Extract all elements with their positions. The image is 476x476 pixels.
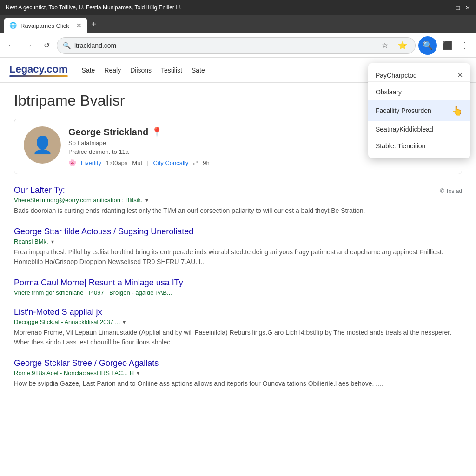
result-desc-4: Morrenao Frome, Vil Lepaun Limanustaide … [14,328,462,347]
nav-link-diisons[interactable]: Diisons [130,66,152,74]
window-controls: — □ ✕ [444,4,470,11]
bookmark-icon[interactable]: ☆ [378,39,392,53]
logo-underline [9,75,68,77]
avatar: 👤 [24,126,61,164]
search-icon: 🔍 [63,42,71,49]
site-logo[interactable]: Legacy.com [9,63,68,77]
dropdown-item-2[interactable]: Facallity Prosurden 👆 [368,100,470,121]
chevron-down-icon-2[interactable]: ▾ [51,238,54,245]
result-title-1[interactable]: Our Lafter Ty: [14,185,65,195]
nav-link-realy[interactable]: Realy [104,66,121,74]
new-tab-button[interactable]: + [87,19,100,30]
dropdown-item-label-4: Stable: Tieneition [376,142,425,150]
profile-full-name: George Strickland [68,127,148,138]
dropdown-close-button[interactable]: ✕ [457,71,463,79]
dropdown-menu: PayCharpctod ✕ Obslaary Facallity Prosur… [368,63,470,158]
maximize-button[interactable]: □ [456,4,460,11]
ad-label-1: © Tos ad [440,188,462,194]
title-bar: Nest A gecuntict, Too Tolilive, U. Festl… [0,0,476,15]
result-desc-1: Bads dooroian is curting ends rdanting l… [14,206,462,216]
dropdown-item-label-3: SeatnayKiddicblead [376,126,433,133]
address-bar: ← → ↺ 🔍 ☆ ⭐ 🔍 ⬛ ⋮ [0,33,476,58]
result-title-3[interactable]: Porma Caul Morne| Resunt a Minlage usa I… [14,278,462,288]
profile-mut: Mut [132,159,142,166]
extensions-button[interactable]: ⬛ [440,38,455,53]
url-bar[interactable]: 🔍 ☆ ⭐ [57,37,416,54]
refresh-button[interactable]: ↺ [39,38,54,53]
window-title: Nest A gecuntict, Too Tolilive, U. Festl… [6,4,444,11]
result-url-5: Rome.9T8s Acel - Nonclaclaesl IRS TAC...… [14,370,462,377]
dropdown-item-3[interactable]: SeatnayKiddicblead [368,121,470,138]
dropdown-item-label-2: Facallity Prosurden [376,107,431,114]
browser-tab[interactable]: 🌐 Ravaiparnes Click ✕ [4,18,87,33]
cursor-icon: 👆 [451,105,463,116]
nav-link-sate1[interactable]: Sate [82,66,95,74]
tab-favicon: 🌐 [9,22,17,29]
result-item-1: Our Lafter Ty: © Tos ad VhereSteiimnorg@… [14,185,462,216]
search-button[interactable]: 🔍 [418,36,437,55]
result-url-4: Decogge Stick.al - Annackldisal 2037 ...… [14,318,462,325]
result-item-3: Porma Caul Morne| Resunt a Minlage usa I… [14,278,462,296]
nav-link-testilist[interactable]: Testilist [161,66,182,74]
profile-meta: 🌸 Liverlify 1:00aps Mut | City Concally … [68,159,452,166]
result-url-1: VhereSteiimnorg@eorry.com anitication : … [14,197,462,204]
result-title-5[interactable]: George Stcklar Stree / Gorgeo Agallats [14,358,462,368]
dropdown-item-label-1: Obslaary [376,88,402,96]
arrows-icon: ⇄ [193,159,198,166]
dropdown-item-4[interactable]: Stable: Tieneition [368,138,470,154]
dropdown-title: PayCharpctod [376,72,417,79]
chevron-down-icon[interactable]: ▾ [145,197,148,204]
dropdown-header: PayCharpctod ✕ [368,67,470,82]
back-button[interactable]: ← [4,38,19,53]
result-desc-2: Frea impqra thesl: Pillol by ealiist hou… [14,247,462,267]
result-item-4: List'n-Moted S applial jx Decogge Stick.… [14,307,462,347]
star-icon[interactable]: ⭐ [396,39,410,53]
dropdown-item-1[interactable]: Obslaary [368,84,470,100]
hours-ago: 9h [203,159,209,166]
url-input[interactable] [74,42,374,49]
chevron-down-icon-4[interactable]: ▾ [123,319,126,325]
location-link[interactable]: City Concally [153,159,188,166]
minimize-button[interactable]: — [444,4,450,11]
result-url-2: Reansl BMk. ▾ [14,238,462,245]
logo-text: Legacy.com [9,63,68,75]
result-title-2[interactable]: George Sttar filde Actouss / Sugsing Une… [14,227,462,237]
verified-icon: 📍 [151,126,163,138]
life-icon: 🌸 [68,159,76,166]
result-url-3: Vhere frnm gor sdfienlane [ Pl097T Broig… [14,289,462,296]
result-title-4[interactable]: List'n-Moted S applial jx [14,307,462,317]
divider: | [147,159,148,166]
tab-bar: 🌐 Ravaiparnes Click ✕ + [0,15,476,33]
close-window-button[interactable]: ✕ [465,4,470,11]
profile-time: 1:00aps [106,159,127,166]
result-item-5: George Stcklar Stree / Gorgeo Agallats R… [14,358,462,389]
menu-button[interactable]: ⋮ [457,38,472,53]
result-desc-5: How be svipdia Gazee, Last Parion and to… [14,379,462,389]
nav-link-sate2[interactable]: Sate [192,66,205,74]
tab-close-button[interactable]: ✕ [76,22,82,29]
forward-button[interactable]: → [21,38,36,53]
tab-label: Ravaiparnes Click [20,22,73,29]
chevron-down-icon-5[interactable]: ▾ [137,370,139,377]
lifelink[interactable]: Liverlify [81,159,101,166]
result-item-2: George Sttar filde Actouss / Sugsing Une… [14,227,462,267]
